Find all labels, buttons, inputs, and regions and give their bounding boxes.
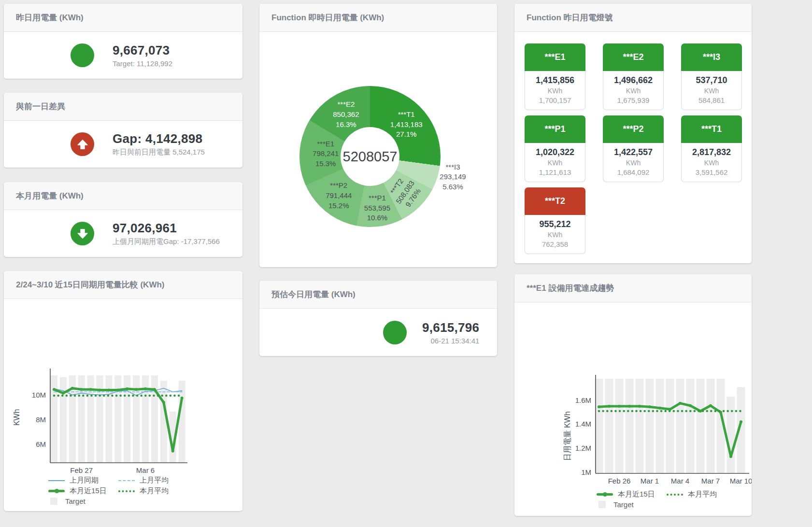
donut-slice-label-P1: ***P1553,59510.6% <box>364 193 390 223</box>
device-tile-E2[interactable]: ***E21,496,662KWh1,675,939 <box>603 43 664 110</box>
legend-item-Target[interactable]: Target <box>48 497 118 505</box>
card-title: 昨日用電量 (KWh) <box>4 4 242 32</box>
legend-label: 上月同期 <box>70 476 99 485</box>
tile-unit: KWh <box>527 231 583 239</box>
donut-slice-label-T1: ***T11,413,18327.1% <box>390 110 423 140</box>
legend-label: 本月平均 <box>140 486 169 496</box>
tile-body: 1,415,856KWh1,700,157 <box>525 71 585 110</box>
svg-text:6M: 6M <box>36 440 46 448</box>
card-yesterday-usage: 昨日用電量 (KWh) 9,667,073 Target: 11,128,992 <box>4 4 242 79</box>
compare-15day-chart[interactable]: 6M8M10MFeb 27Mar 6KWh <box>4 358 242 476</box>
tile-target: 584,861 <box>684 96 740 104</box>
month-usage-value: 97,026,961 <box>113 221 220 236</box>
legend-label: Target <box>613 500 634 509</box>
svg-text:KWh: KWh <box>13 409 21 426</box>
legend-swatch-dotted-icon <box>667 494 683 496</box>
tile-value: 1,415,856 <box>527 75 583 85</box>
status-circle-icon <box>71 43 94 67</box>
tile-unit: KWh <box>527 87 583 95</box>
device-tile-T1[interactable]: ***T12,817,832KWh3,591,562 <box>681 115 742 182</box>
tile-status-header: ***T2 <box>525 187 585 215</box>
legend-swatch-dotted-icon <box>118 490 135 492</box>
legend-label: 上月平均 <box>140 476 169 485</box>
tile-unit: KWh <box>684 87 740 95</box>
card-realtime-usage: Function 即時日用電量 (KWh) 5208057 ***T11,413… <box>259 4 497 267</box>
forecast-timestamp: 06-21 15:34:41 <box>430 337 479 345</box>
svg-text:1.2M: 1.2M <box>575 444 591 452</box>
device-tile-E1[interactable]: ***E11,415,856KWh1,700,157 <box>525 43 585 110</box>
card-title: 本月用電量 (KWh) <box>4 182 242 210</box>
dashboard: 昨日用電量 (KWh) 9,667,073 Target: 11,128,992… <box>0 0 812 527</box>
device-tile-I3[interactable]: ***I3537,710KWh584,861 <box>681 43 742 110</box>
yesterday-usage-target: Target: 11,128,992 <box>113 59 172 68</box>
svg-text:8M: 8M <box>36 415 46 424</box>
month-usage-gap: 上個月同期用電Gap: -17,377,566 <box>113 237 220 246</box>
tile-status-header: ***I3 <box>681 43 742 71</box>
device-tile-P1[interactable]: ***P11,020,322KWh1,121,613 <box>525 115 585 182</box>
legend-item-上月平均[interactable]: 上月平均 <box>118 476 188 485</box>
device-tiles-grid: ***E11,415,856KWh1,700,157***E21,496,662… <box>514 32 752 254</box>
device-tile-P2[interactable]: ***P21,422,557KWh1,684,092 <box>603 115 664 182</box>
svg-text:Mar 6: Mar 6 <box>136 466 155 474</box>
legend-label: 本月近15日 <box>618 490 655 499</box>
arrow-up-icon <box>71 132 94 156</box>
tile-value: 2,817,832 <box>684 147 740 157</box>
donut-slice-label-E1: ***E1798,24115.3% <box>313 139 339 169</box>
tile-value: 1,422,557 <box>605 147 661 157</box>
tile-target: 1,121,613 <box>527 168 583 176</box>
legend-item-上月同期[interactable]: 上月同期 <box>48 476 118 485</box>
card-compare-chart: 2/24~3/10 近15日同期用電量比較 (KWh) 6M8M10MFeb 2… <box>4 271 242 511</box>
tile-value: 537,710 <box>684 75 740 85</box>
card-title: 2/24~3/10 近15日同期用電量比較 (KWh) <box>4 271 242 299</box>
forecast-value: 9,615,796 <box>422 320 479 335</box>
donut-slice-label-E2: ***E2850,36216.3% <box>333 100 359 129</box>
card-title: Function 即時日用電量 (KWh) <box>259 4 497 32</box>
tile-target: 1,675,939 <box>605 96 661 104</box>
legend-item-本月平均[interactable]: 本月平均 <box>667 490 737 499</box>
svg-text:Feb 27: Feb 27 <box>70 466 93 474</box>
tile-value: 1,020,322 <box>527 147 583 157</box>
tile-target: 3,591,562 <box>684 168 740 176</box>
legend-swatch-thick-icon <box>597 493 613 496</box>
tile-body: 1,422,557KWh1,684,092 <box>603 143 664 182</box>
tile-body: 537,710KWh584,861 <box>681 71 742 110</box>
tile-unit: KWh <box>605 87 661 95</box>
tile-status-header: ***E2 <box>603 43 664 71</box>
gap-value: Gap: 4,142,898 <box>113 131 205 146</box>
card-e1-trend: ***E1 設備用電達成趨勢 1M1.2M1.4M1.6MFeb 26Mar 1… <box>514 274 752 516</box>
card-month-usage: 本月用電量 (KWh) 97,026,961 上個月同期用電Gap: -17,3… <box>4 182 242 257</box>
tile-status-header: ***T1 <box>681 115 742 143</box>
svg-text:Mar 4: Mar 4 <box>671 477 689 485</box>
tile-unit: KWh <box>527 159 583 167</box>
svg-text:日用電量 KWh: 日用電量 KWh <box>563 411 571 461</box>
compare-chart-legend: 上月同期上月平均本月近15日本月平均Target <box>48 476 188 505</box>
tile-unit: KWh <box>684 159 740 167</box>
legend-item-本月近15日[interactable]: 本月近15日 <box>597 490 667 499</box>
legend-label: Target <box>65 497 85 505</box>
legend-label: 本月平均 <box>688 490 717 499</box>
tile-body: 955,212KWh762,358 <box>525 215 585 254</box>
tile-unit: KWh <box>605 159 661 167</box>
svg-text:10M: 10M <box>32 391 46 399</box>
legend-item-本月近15日[interactable]: 本月近15日 <box>48 486 118 496</box>
svg-text:Feb 26: Feb 26 <box>608 477 631 485</box>
device-tile-T2[interactable]: ***T2955,212KWh762,358 <box>525 187 585 254</box>
legend-item-Target[interactable]: Target <box>597 500 667 509</box>
tile-target: 1,684,092 <box>605 168 661 176</box>
card-title: Function 昨日用電燈號 <box>514 4 752 32</box>
arrow-down-icon <box>71 222 94 245</box>
e1-trend-chart[interactable]: 1M1.2M1.4M1.6MFeb 26Mar 1Mar 4Mar 7Mar 1… <box>514 368 752 488</box>
tile-value: 1,496,662 <box>605 75 661 85</box>
tile-value: 955,212 <box>527 219 583 229</box>
legend-swatch-solid-icon <box>48 480 65 481</box>
legend-swatch-square-icon <box>50 498 57 505</box>
tile-body: 2,817,832KWh3,591,562 <box>681 143 742 182</box>
donut-center-value: 5208057 <box>343 149 398 165</box>
svg-text:1.6M: 1.6M <box>575 396 591 404</box>
tile-status-header: ***P1 <box>525 115 585 143</box>
card-usage-lights: Function 昨日用電燈號 ***E11,415,856KWh1,700,1… <box>514 4 752 263</box>
card-gap-previous-day: 與前一日差異 Gap: 4,142,898 昨日與前日用電量 5,524,175 <box>4 93 242 168</box>
status-circle-icon <box>383 321 407 344</box>
legend-item-本月平均[interactable]: 本月平均 <box>118 486 188 496</box>
tile-body: 1,496,662KWh1,675,939 <box>603 71 664 110</box>
